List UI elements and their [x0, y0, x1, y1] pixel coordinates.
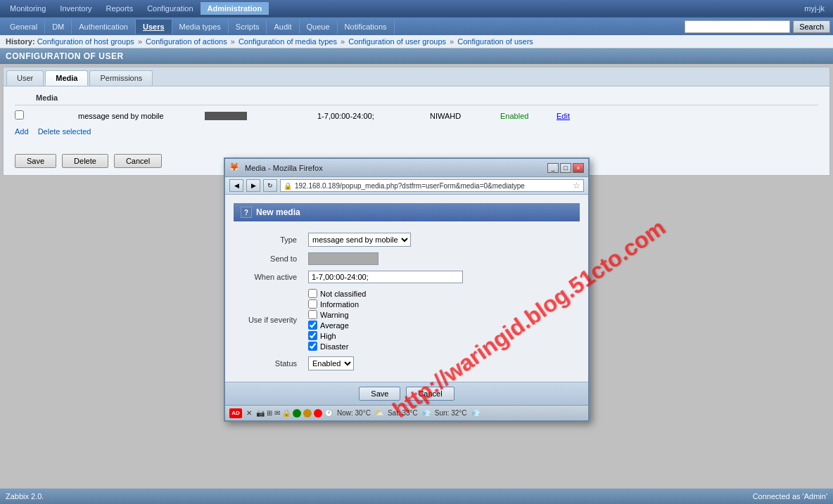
- severity-not-classified: Not classified: [308, 289, 576, 298]
- tab-permissions[interactable]: Permissions: [89, 70, 153, 86]
- ff-status-icons: 📷 ⊞ ✉ 🔒 🕐: [256, 409, 333, 418]
- nav-administration[interactable]: Administration: [201, 2, 269, 15]
- dialog-cancel-button[interactable]: Cancel: [406, 387, 454, 401]
- firefox-window: 🦊 Media - Mozilla Firefox _ □ × ◀ ▶ ↻ 🔒 …: [224, 157, 590, 422]
- second-navigation: General DM Authentication Users Media ty…: [0, 17, 833, 35]
- page-title: CONFIGURATION OF USER: [0, 49, 833, 64]
- zabbix-version: Zabbix 2.0.: [6, 492, 44, 500]
- severity-not-classified-checkbox[interactable]: [308, 289, 317, 298]
- dialog-title-text: New media: [256, 207, 300, 217]
- status-bar: Zabbix 2.0. Connected as 'Admin': [0, 489, 833, 504]
- history-item-4[interactable]: Configuration of user groups: [348, 37, 446, 46]
- ff-status-icon-3: ✉: [274, 409, 280, 417]
- severity-high: High: [308, 331, 576, 340]
- ff-red-dot: [314, 409, 322, 418]
- status-label: Status: [234, 354, 304, 373]
- delete-selected-link[interactable]: Delete selected: [38, 127, 91, 136]
- ff-temp-now: Now: 30°C: [337, 409, 371, 417]
- severity-disaster-label: Disaster: [320, 342, 348, 351]
- status-select[interactable]: Enabled: [308, 356, 354, 370]
- firefox-restore-button[interactable]: □: [560, 163, 571, 173]
- nav-configuration[interactable]: Configuration: [140, 2, 200, 15]
- cancel-button[interactable]: Cancel: [114, 154, 162, 168]
- severity-information-checkbox[interactable]: [308, 299, 317, 309]
- nav-notifications[interactable]: Notifications: [338, 20, 395, 34]
- row-checkbox[interactable]: [15, 110, 24, 119]
- nav-audit[interactable]: Audit: [267, 20, 299, 34]
- severity-options: Not classified Information Warning: [308, 289, 576, 351]
- row-severity: NIWAHD: [430, 112, 500, 120]
- search-button[interactable]: Search: [793, 20, 830, 33]
- ff-close-icon: ✕: [246, 409, 252, 417]
- table-row: message send by mobile 1-7,00:00-24:00; …: [15, 108, 818, 123]
- firefox-close-button[interactable]: ×: [573, 163, 584, 173]
- status-row: Status Enabled: [234, 354, 580, 373]
- row-status: Enabled: [500, 112, 557, 120]
- ff-temp-sat: Sat: 33°C: [388, 409, 418, 417]
- ff-status-icon-2: ⊞: [267, 409, 272, 417]
- severity-warning: Warning: [308, 310, 576, 319]
- search-input[interactable]: [685, 20, 790, 33]
- sendto-input[interactable]: [308, 252, 379, 265]
- type-row: Type message send by mobile: [234, 230, 580, 250]
- severity-not-classified-label: Not classified: [320, 290, 366, 298]
- delete-button[interactable]: Delete: [62, 154, 108, 168]
- firefox-title: Media - Mozilla Firefox: [245, 164, 547, 172]
- severity-row: Use if severity Not classified Informati…: [234, 286, 580, 354]
- ff-orange-dot: [303, 409, 312, 418]
- when-active-input[interactable]: [308, 271, 463, 283]
- severity-disaster-checkbox[interactable]: [308, 342, 317, 351]
- media-label-header: Media: [36, 93, 78, 102]
- history-item-2[interactable]: Configuration of actions: [146, 37, 227, 46]
- ff-clock-icon: 🕐: [324, 409, 333, 417]
- nav-users[interactable]: Users: [136, 20, 172, 34]
- row-type: message send by mobile: [78, 112, 205, 120]
- severity-warning-checkbox[interactable]: [308, 310, 317, 319]
- nav-general[interactable]: General: [3, 20, 45, 34]
- type-label: Type: [234, 230, 304, 250]
- severity-high-checkbox[interactable]: [308, 331, 317, 340]
- nav-inventory[interactable]: Inventory: [53, 2, 98, 15]
- nav-queue[interactable]: Queue: [300, 20, 338, 34]
- nav-authentication[interactable]: Authentication: [72, 20, 136, 34]
- username-display: myj-jk: [804, 4, 830, 13]
- address-bar[interactable]: 🔒 192.168.0.189/popup_media.php?dstfrm=u…: [280, 179, 584, 192]
- ff-wind-icon: 💨: [422, 409, 431, 417]
- dialog-save-button[interactable]: Save: [359, 387, 400, 401]
- ff-reload-button[interactable]: ↻: [263, 179, 277, 192]
- firefox-controls: _ □ ×: [547, 163, 584, 173]
- ff-forward-button[interactable]: ▶: [246, 179, 260, 192]
- sendto-label: Send to: [234, 250, 304, 268]
- when-active-label: When active: [234, 268, 304, 286]
- dialog-body: ? New media Type message send by mobile …: [225, 195, 588, 382]
- nav-monitoring[interactable]: Monitoring: [3, 2, 53, 15]
- nav-scripts[interactable]: Scripts: [229, 20, 267, 34]
- bookmark-star-icon[interactable]: ☆: [573, 181, 580, 190]
- ff-adblock-icon: AD: [229, 408, 242, 418]
- ff-back-button[interactable]: ◀: [229, 179, 243, 192]
- firefox-icon: 🦊: [229, 162, 241, 174]
- row-sendto: [205, 111, 317, 120]
- history-item-3[interactable]: Configuration of media types: [239, 37, 337, 46]
- type-select[interactable]: message send by mobile: [308, 233, 411, 247]
- firefox-titlebar: 🦊 Media - Mozilla Firefox _ □ ×: [225, 159, 588, 177]
- tab-media[interactable]: Media: [45, 70, 88, 86]
- severity-average-checkbox[interactable]: [308, 321, 317, 330]
- history-label: History:: [6, 37, 35, 46]
- type-value-cell: message send by mobile: [304, 230, 580, 250]
- severity-information: Information: [308, 299, 576, 309]
- history-item-5[interactable]: Configuration of users: [457, 37, 533, 46]
- media-actions: Add Delete selected: [15, 123, 818, 140]
- nav-media-types[interactable]: Media types: [172, 20, 229, 34]
- history-item-1[interactable]: Configuration of host groups: [37, 37, 134, 46]
- nav-reports[interactable]: Reports: [99, 2, 141, 15]
- media-table-header: Media: [15, 93, 818, 105]
- save-button[interactable]: Save: [15, 154, 56, 168]
- severity-information-label: Information: [320, 300, 359, 309]
- severity-warning-label: Warning: [320, 311, 349, 319]
- tab-user[interactable]: User: [6, 70, 44, 86]
- firefox-minimize-button[interactable]: _: [547, 163, 559, 173]
- add-link[interactable]: Add: [15, 127, 29, 136]
- nav-dm[interactable]: DM: [45, 20, 72, 34]
- edit-link[interactable]: Edit: [557, 112, 570, 120]
